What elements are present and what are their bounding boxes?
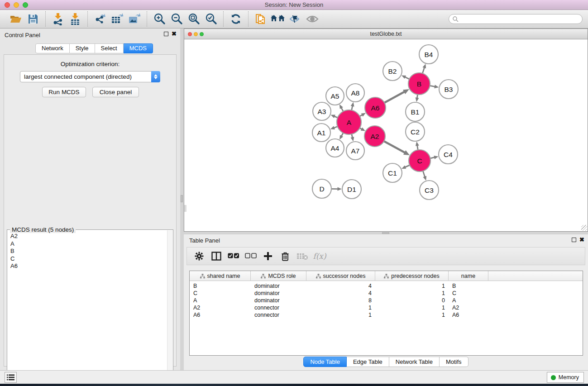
column-header-predecessor-nodes[interactable]: predecessor nodes: [375, 271, 449, 281]
tab-mcds[interactable]: MCDS: [124, 43, 153, 53]
import-network-button[interactable]: [49, 12, 67, 26]
close-window-button[interactable]: [5, 2, 10, 8]
cell-successor-nodes[interactable]: 4: [306, 283, 375, 289]
criterion-select[interactable]: largest connected component (directed): [20, 71, 160, 82]
zoom-selected-button[interactable]: [202, 12, 220, 26]
graph-node-B[interactable]: B: [408, 73, 430, 95]
tab-edge-table[interactable]: Edge Table: [347, 357, 389, 367]
zoom-in-button[interactable]: [151, 12, 168, 26]
cell-successor-nodes[interactable]: 4: [306, 290, 375, 296]
graph-node-A2[interactable]: A2: [364, 126, 385, 147]
cell-predecessor-nodes[interactable]: 1: [375, 283, 449, 289]
network-window-titlebar[interactable]: testGlobe.txt: [184, 29, 588, 39]
task-history-button[interactable]: [5, 372, 17, 383]
graph-node-A6[interactable]: A6: [365, 97, 386, 118]
cell-predecessor-nodes[interactable]: 1: [375, 312, 449, 318]
add-column-button[interactable]: [260, 249, 276, 263]
mcds-result-list[interactable]: A2ABCA6: [8, 233, 167, 385]
tab-style[interactable]: Style: [70, 43, 95, 53]
column-header-name[interactable]: name: [449, 271, 488, 281]
mcds-result-item[interactable]: C: [8, 255, 167, 263]
cell-predecessor-nodes[interactable]: 0: [375, 297, 449, 304]
close-panel-icon[interactable]: ✖: [172, 32, 177, 36]
cell-name[interactable]: C: [449, 290, 488, 296]
hide-graphics-button[interactable]: [287, 12, 304, 26]
zoom-out-button[interactable]: [168, 12, 185, 26]
float-panel-icon[interactable]: [164, 32, 168, 36]
tab-motifs[interactable]: Motifs: [440, 357, 468, 367]
cell-shared-name[interactable]: C: [190, 290, 251, 296]
float-table-panel-icon[interactable]: [572, 238, 576, 242]
cell-MCDS-role[interactable]: dominator: [251, 290, 306, 296]
table-row[interactable]: Cdominator41C: [190, 290, 583, 297]
column-header-successor-nodes[interactable]: successor nodes: [306, 271, 375, 281]
graph-node-A8[interactable]: A8: [346, 84, 364, 102]
duplicate-network-button[interactable]: [252, 12, 269, 26]
cell-successor-nodes[interactable]: 8: [306, 297, 375, 304]
cell-name[interactable]: A6: [449, 312, 488, 318]
network-resize-grip[interactable]: [581, 225, 587, 231]
refresh-button[interactable]: [227, 12, 244, 26]
mcds-list-scrollbar[interactable]: [167, 230, 172, 385]
network-close-button[interactable]: [188, 32, 192, 36]
close-panel-button[interactable]: Close panel: [92, 87, 139, 97]
mcds-result-item[interactable]: A: [8, 240, 167, 248]
table-row[interactable]: A6connector11A6: [190, 311, 583, 319]
memory-button[interactable]: Memory: [547, 372, 584, 383]
cell-predecessor-nodes[interactable]: 1: [375, 290, 449, 296]
mcds-result-item[interactable]: A2: [8, 233, 167, 240]
table-row[interactable]: Adominator80A: [190, 297, 583, 304]
graph-node-C[interactable]: C: [409, 150, 430, 172]
deselect-all-button[interactable]: [243, 249, 258, 263]
function-builder-button[interactable]: f(x): [312, 249, 327, 263]
save-session-button[interactable]: [24, 12, 42, 26]
cell-MCDS-role[interactable]: dominator: [251, 283, 306, 289]
graph-node-A7[interactable]: A7: [346, 142, 364, 160]
import-table-button[interactable]: [67, 12, 84, 26]
graph-node-C4[interactable]: C4: [439, 145, 458, 164]
node-table[interactable]: shared nameMCDS rolesuccessor nodesprede…: [189, 271, 583, 356]
export-table-button[interactable]: [109, 12, 126, 26]
graph-node-D1[interactable]: D1: [342, 180, 361, 199]
edge-B-B4[interactable]: [422, 67, 425, 73]
search-field[interactable]: [449, 14, 583, 24]
cell-shared-name[interactable]: B: [190, 283, 251, 289]
run-mcds-button[interactable]: Run MCDS: [42, 87, 86, 97]
network-minimize-button[interactable]: [194, 32, 198, 36]
graph-node-B1[interactable]: B1: [406, 102, 425, 121]
select-all-button[interactable]: [226, 249, 241, 263]
cell-shared-name[interactable]: A: [190, 297, 251, 304]
graph-node-A1[interactable]: A1: [312, 124, 330, 142]
tab-network-table[interactable]: Network Table: [389, 357, 440, 367]
minimize-window-button[interactable]: [14, 2, 19, 8]
graph-node-B3[interactable]: B3: [439, 80, 458, 99]
delete-table-button[interactable]: [295, 249, 310, 263]
close-table-panel-icon[interactable]: ✖: [579, 238, 584, 242]
table-row[interactable]: A2connector11A2: [190, 304, 583, 311]
zoom-fit-button[interactable]: [185, 12, 202, 26]
mcds-result-item[interactable]: A6: [8, 262, 167, 270]
cell-successor-nodes[interactable]: 1: [306, 312, 375, 318]
open-file-button[interactable]: [7, 12, 24, 26]
search-input[interactable]: [459, 16, 582, 22]
network-zoom-button[interactable]: [200, 32, 204, 36]
zoom-window-button[interactable]: [23, 2, 28, 8]
graph-node-B2[interactable]: B2: [383, 62, 402, 81]
tab-node-table[interactable]: Node Table: [303, 357, 347, 367]
cell-shared-name[interactable]: A6: [190, 312, 251, 318]
cell-name[interactable]: A: [449, 297, 488, 304]
tab-network[interactable]: Network: [35, 43, 70, 53]
home-layout-button[interactable]: [269, 12, 287, 26]
settings-gear-button[interactable]: [191, 249, 207, 263]
column-header-MCDS-role[interactable]: MCDS role: [251, 271, 306, 281]
cell-predecessor-nodes[interactable]: 1: [375, 305, 449, 311]
tab-select[interactable]: Select: [95, 43, 124, 53]
cell-MCDS-role[interactable]: connector: [251, 305, 306, 311]
cell-MCDS-role[interactable]: connector: [251, 312, 306, 318]
cell-shared-name[interactable]: A2: [190, 305, 251, 311]
show-column-button[interactable]: [209, 249, 224, 263]
export-network-button[interactable]: [91, 12, 109, 26]
graph-node-A4[interactable]: A4: [326, 139, 344, 157]
network-vscroll-stub[interactable]: [184, 205, 186, 212]
column-header-shared-name[interactable]: shared name: [190, 271, 251, 281]
